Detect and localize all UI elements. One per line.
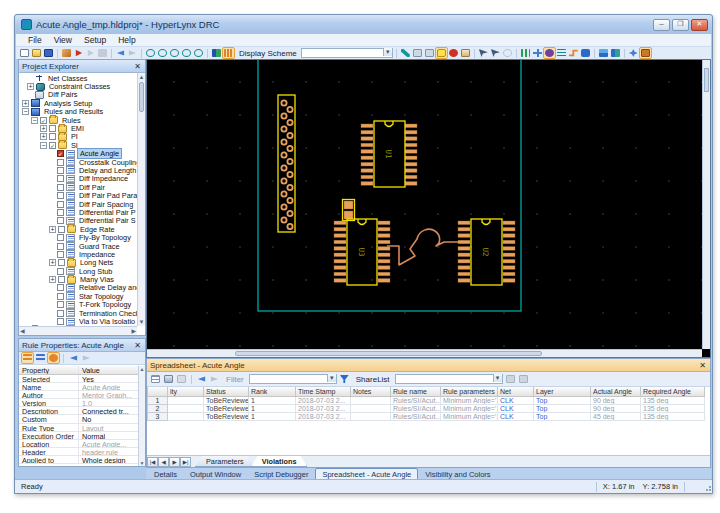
checkbox-unchecked-icon[interactable] xyxy=(57,192,64,199)
property-row[interactable]: Applied toWhole design xyxy=(19,456,138,464)
next-sheet-icon[interactable]: ▶ xyxy=(169,457,180,467)
open-project-icon[interactable] xyxy=(31,48,42,58)
forward-icon[interactable] xyxy=(209,374,220,384)
first-sheet-icon[interactable]: |◀ xyxy=(147,457,158,467)
property-grid-scrollbar[interactable] xyxy=(138,366,145,466)
zoom-selection-icon[interactable] xyxy=(193,48,204,58)
layer-link[interactable]: Top xyxy=(536,405,547,412)
copy-icon[interactable] xyxy=(176,374,187,384)
scroll-up-icon[interactable]: ▲ xyxy=(138,73,145,81)
settings-icon[interactable] xyxy=(628,48,639,58)
filter-select[interactable] xyxy=(249,374,337,384)
expand-icon[interactable] xyxy=(49,259,56,266)
menu-file[interactable]: File xyxy=(22,35,48,45)
add-rule-icon[interactable] xyxy=(532,48,543,58)
vias-icon[interactable] xyxy=(544,48,555,58)
property-grid[interactable]: PropertyValue SelectedYes NameAcute Angl… xyxy=(19,366,138,466)
checkbox-checked-icon[interactable] xyxy=(49,142,56,149)
property-row[interactable]: NameAcute Angle xyxy=(19,383,138,391)
save-list-icon[interactable] xyxy=(505,374,516,384)
copy-icon[interactable] xyxy=(412,48,423,58)
tree-horizontal-scrollbar[interactable] xyxy=(19,326,137,335)
refresh-icon[interactable] xyxy=(502,48,513,58)
prev-sheet-icon[interactable]: ◀ xyxy=(158,457,169,467)
checkbox-unchecked-icon[interactable] xyxy=(57,284,64,291)
checkbox-unchecked-icon[interactable] xyxy=(58,259,65,266)
checkbox-unchecked-icon[interactable] xyxy=(57,243,64,250)
col-rank[interactable]: Rank xyxy=(249,387,296,396)
query-probe-icon[interactable] xyxy=(490,48,501,58)
stackup-icon[interactable] xyxy=(556,48,567,58)
new-file-icon[interactable] xyxy=(19,48,30,58)
paste-icon[interactable] xyxy=(424,48,435,58)
property-row[interactable]: AuthorMentor Graph... xyxy=(19,391,138,399)
property-row[interactable]: DescriptionConnected tr... xyxy=(19,407,138,415)
notes-icon[interactable] xyxy=(460,48,471,58)
checkbox-unchecked-icon[interactable] xyxy=(58,226,65,233)
property-row[interactable]: SelectedYes xyxy=(19,375,138,383)
tab-parameters[interactable]: Parameters xyxy=(195,456,255,467)
checkbox-unchecked-icon[interactable] xyxy=(57,209,64,216)
board-view-icon[interactable] xyxy=(211,48,222,58)
menu-setup[interactable]: Setup xyxy=(78,35,112,45)
tree-item-constraint-classes[interactable]: Constraint Classes xyxy=(27,82,137,90)
checkbox-unchecked-icon[interactable] xyxy=(57,175,64,182)
checkbox-unchecked-icon[interactable] xyxy=(57,251,64,258)
waveform-icon[interactable] xyxy=(568,48,579,58)
net-link[interactable]: CLK xyxy=(500,413,514,420)
step-icon[interactable] xyxy=(85,48,96,58)
property-row[interactable]: Version1.0 xyxy=(19,399,138,407)
charts-icon[interactable] xyxy=(610,48,621,58)
expand-icon[interactable] xyxy=(49,226,56,233)
property-row[interactable]: CustomNo xyxy=(19,415,138,423)
project-explorer-header[interactable]: Project Explorer ✕ xyxy=(19,60,145,73)
close-panel-icon[interactable]: ✕ xyxy=(133,62,142,71)
show-violations-icon[interactable] xyxy=(436,48,447,58)
checkbox-unchecked-icon[interactable] xyxy=(57,318,64,325)
property-row[interactable]: Headerheader.rule xyxy=(19,448,138,456)
checkbox-checked-icon[interactable] xyxy=(40,117,47,124)
back-icon[interactable] xyxy=(68,353,79,363)
tree-item-emi[interactable]: EMI xyxy=(40,124,137,132)
project-tree[interactable]: Net Classes Constraint Classes Diff Pair… xyxy=(19,73,137,326)
col-rule-name[interactable]: Rule name xyxy=(391,387,441,396)
grid-toggle-icon[interactable] xyxy=(223,48,234,58)
probe-icon[interactable] xyxy=(61,48,72,58)
zoom-out-icon[interactable] xyxy=(157,48,168,58)
col-net[interactable]: Net xyxy=(498,387,534,396)
expand-icon[interactable] xyxy=(40,125,47,132)
checkbox-unchecked-icon[interactable] xyxy=(57,234,64,241)
back-icon[interactable] xyxy=(115,48,126,58)
minimize-button[interactable] xyxy=(653,19,670,31)
collapse-icon[interactable] xyxy=(22,108,29,115)
expand-icon[interactable] xyxy=(22,100,29,107)
canvas-vertical-scrollbar[interactable] xyxy=(702,60,710,349)
tab-violations[interactable]: Violations xyxy=(251,456,308,467)
close-button[interactable] xyxy=(691,19,708,31)
table-row[interactable]: 2 ToBeReviewed 1 2018-07-03 2... Rules/S… xyxy=(148,404,705,412)
close-panel-icon[interactable]: ✕ xyxy=(133,341,142,350)
col-rule-parameters[interactable]: Rule parameters xyxy=(441,387,498,396)
menu-help[interactable]: Help xyxy=(112,35,141,45)
checkbox-checked-icon[interactable] xyxy=(57,150,64,157)
rule-properties-header[interactable]: Rule Properties: Acute Angle ✕ xyxy=(19,339,145,352)
run-drc-icon[interactable] xyxy=(73,48,84,58)
checkbox-unchecked-icon[interactable] xyxy=(57,201,64,208)
property-row[interactable]: Execution OrderNormal xyxy=(19,432,138,440)
back-icon[interactable] xyxy=(196,374,207,384)
forward-icon[interactable] xyxy=(81,353,92,363)
collapse-icon[interactable] xyxy=(40,142,47,149)
layout-canvas[interactable]: U1 U3 U2 xyxy=(146,59,711,358)
net-link[interactable]: CLK xyxy=(500,397,514,404)
categorized-view-icon[interactable] xyxy=(22,353,33,363)
layers-icon[interactable] xyxy=(598,48,609,58)
col-notes[interactable]: Notes xyxy=(351,387,391,396)
checkbox-unchecked-icon[interactable] xyxy=(57,301,64,308)
expand-icon[interactable] xyxy=(27,83,34,90)
checkbox-unchecked-icon[interactable] xyxy=(49,133,56,140)
checkbox-unchecked-icon[interactable] xyxy=(57,293,64,300)
tree-item-pi[interactable]: PI xyxy=(40,133,137,141)
scheme-editor-icon[interactable] xyxy=(640,48,651,58)
sharelist-select[interactable] xyxy=(395,374,503,384)
stop-icon[interactable] xyxy=(97,48,108,58)
